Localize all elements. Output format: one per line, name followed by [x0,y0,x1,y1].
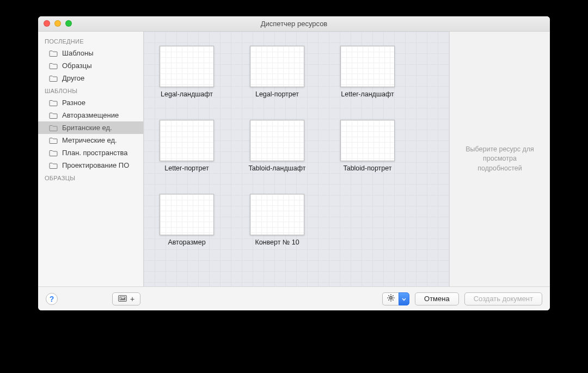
sidebar-item[interactable]: Шаблоны [38,47,143,59]
sidebar-item-label: Другое [62,74,84,82]
template-item[interactable]: Legal-ландшафт [157,46,217,98]
template-thumbnail [340,120,395,161]
sidebar-item-label: Британские ед. [62,124,112,132]
footer-toolbar: ? + [38,286,550,310]
sidebar-item-label: Разное [62,99,85,107]
template-item[interactable]: Конверт № 10 [247,194,307,246]
create-label: Создать документ [474,295,533,303]
sidebar-item[interactable]: Образцы [38,59,143,72]
template-item[interactable]: Legal-портрет [247,46,307,98]
gear-button[interactable] [382,292,399,305]
titlebar: Диспетчер ресурсов [38,16,550,32]
folder-icon [49,75,58,82]
folder-icon [49,150,58,156]
template-label: Tabloid-ландшафт [249,164,306,172]
sidebar-item[interactable]: Авторазмещение [38,109,143,121]
gear-icon [387,293,395,304]
gear-dropdown[interactable] [399,292,409,305]
folder-icon [49,112,58,119]
template-thumbnail [160,194,214,235]
sidebar: ПОСЛЕДНИЕШаблоныОбразцыДругоеШАБЛОНЫРазн… [38,32,144,286]
chevron-down-icon [402,295,406,303]
svg-line-11 [388,299,389,300]
template-thumbnail [250,120,304,161]
sidebar-item-label: Метрические ед. [62,136,117,144]
template-label: Letter-портрет [164,164,209,172]
svg-point-2 [121,297,122,298]
template-thumbnail [340,46,395,87]
svg-line-8 [388,295,389,296]
sidebar-section-header: ШАБЛОНЫ [38,84,143,96]
template-thumbnail [250,46,304,87]
help-icon: ? [50,295,54,303]
template-label: Конверт № 10 [255,239,299,246]
sidebar-section-header: ПОСЛЕДНИЕ [38,35,143,47]
sidebar-item[interactable]: Проектирование ПО [38,159,143,172]
template-item[interactable]: Tabloid-портрет [338,120,397,172]
traffic-lights [44,20,72,27]
template-grid: Legal-ландшафтLegal-портретLetter-ландша… [144,32,450,286]
close-window-button[interactable] [44,20,50,27]
folder-icon [49,63,58,69]
folder-icon [49,100,58,106]
inspector-placeholder: Выберите ресурс для просмотра подробност… [461,145,539,174]
window-title: Диспетчер ресурсов [38,20,550,28]
template-item[interactable]: Авторазмер [157,194,217,246]
folder-icon [49,162,58,169]
sidebar-item[interactable]: Другое [38,72,143,84]
import-icon [118,294,128,303]
svg-line-10 [393,295,393,296]
template-label: Tabloid-портрет [343,164,391,172]
sidebar-item-label: Проектирование ПО [62,161,129,169]
resource-manager-window: Диспетчер ресурсов ПОСЛЕДНИЕШаблоныОбраз… [38,16,550,310]
template-thumbnail [160,120,214,161]
zoom-window-button[interactable] [65,20,72,27]
help-button[interactable]: ? [46,293,58,305]
sidebar-item-label: План. пространства [62,149,128,157]
template-item[interactable]: Tabloid-ландшафт [247,120,307,172]
sidebar-item-label: Авторазмещение [62,111,119,119]
template-label: Letter-ландшафт [341,90,394,98]
template-label: Авторазмер [168,239,205,246]
create-document-button[interactable]: Создать документ [464,292,542,305]
template-item[interactable]: Letter-ландшафт [338,46,397,98]
sidebar-item-label: Образцы [62,62,92,70]
cancel-button[interactable]: Отмена [415,292,459,305]
cancel-label: Отмена [424,295,450,303]
sidebar-section-header: ОБРАЗЦЫ [38,172,143,184]
folder-icon [49,125,58,131]
svg-line-9 [393,299,393,300]
folder-icon [49,50,58,57]
minimize-window-button[interactable] [54,20,61,27]
sidebar-item[interactable]: Метрические ед. [38,134,143,146]
sidebar-item[interactable]: Британские ед. [38,121,143,134]
svg-point-3 [389,297,391,299]
template-label: Legal-портрет [255,90,299,98]
window-body: ПОСЛЕДНИЕШаблоныОбразцыДругоеШАБЛОНЫРазн… [38,32,550,286]
sidebar-item[interactable]: Разное [38,96,143,109]
template-item[interactable]: Letter-портрет [157,120,217,172]
import-button[interactable]: + [112,292,140,305]
template-thumbnail [250,194,304,235]
sidebar-item-label: Шаблоны [62,49,94,57]
template-label: Legal-ландшафт [161,90,213,98]
inspector-panel: Выберите ресурс для просмотра подробност… [450,32,550,286]
action-menu [382,292,409,305]
template-thumbnail [160,46,214,87]
folder-icon [49,137,58,144]
sidebar-item[interactable]: План. пространства [38,146,143,159]
import-plus-label: + [130,295,134,303]
